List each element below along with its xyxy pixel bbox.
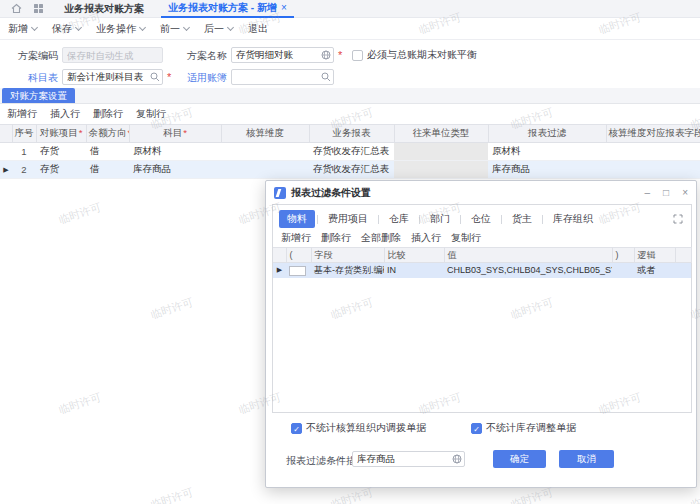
toolbar-business-ops-button[interactable]: 业务操作 [96, 22, 145, 36]
minimize-icon[interactable]: – [645, 188, 651, 198]
main-toolbar: 新增 保存 业务操作 前一 后一 退出 [0, 18, 700, 40]
dialog-grid-toolbar: 新增行 删除行 全部删除 插入行 复制行 [273, 229, 691, 247]
toolbar-save-button[interactable]: 保存 [52, 22, 81, 36]
tab-report-plan[interactable]: 业务报表对账方案 [57, 0, 151, 18]
grid-header-seq: 序号 [12, 125, 36, 143]
cell-field[interactable]: 基本-存货类别.编码 [311, 263, 384, 278]
cell-seq[interactable]: 2 [12, 161, 36, 179]
cell-close-paren[interactable] [612, 263, 634, 278]
cell-unit-type [394, 161, 488, 179]
cell-direction[interactable]: 借 [86, 161, 129, 179]
option-exclude-inventory-adjust[interactable]: ✓ 不统计库存调整单据 [471, 421, 576, 435]
checkbox-checked[interactable]: ✓ [471, 423, 482, 434]
copy-row-button[interactable]: 复制行 [451, 231, 481, 245]
filter-header-pad [675, 248, 691, 263]
dialog-filter-panel: 物料 费用项目 仓库 部门 仓位 货主 库存组织 新增行 删除行 [272, 204, 692, 413]
account-table-label[interactable]: 科目表 [0, 71, 58, 85]
toolbar-next-button[interactable]: 后一 [204, 22, 233, 36]
search-icon[interactable] [321, 72, 331, 82]
chevron-down-icon [75, 23, 82, 30]
filter-condition-grid: ( 字段 比较 值 ) 逻辑 ▶ 基本-存货类别 [273, 247, 691, 278]
cell-filter[interactable]: 原材料 [488, 143, 606, 161]
expand-icon[interactable] [673, 214, 683, 224]
table-row[interactable]: 1 存货 借 原材料 存货收发存汇总表 原材料 [0, 143, 700, 161]
delete-all-button[interactable]: 全部删除 [361, 231, 401, 245]
paren-input[interactable] [289, 266, 306, 276]
balance-check-option[interactable]: 必须与总账期末对账平衡 [352, 48, 477, 62]
cell-dimension[interactable] [221, 143, 309, 161]
chevron-down-icon [183, 23, 190, 30]
dialog-app-icon [274, 187, 286, 199]
cell-report[interactable]: 存货收发存汇总表 [309, 161, 394, 179]
apps-grid-icon[interactable] [34, 4, 43, 13]
insert-row-button[interactable]: 插入行 [50, 107, 80, 121]
row-pointer-icon: ▶ [0, 161, 12, 179]
ok-button[interactable]: 确定 [493, 450, 546, 468]
tab-bin-location[interactable]: 仓位 [463, 210, 499, 228]
filter-header-marker [273, 248, 286, 263]
scheme-name-input[interactable] [231, 47, 334, 63]
tab-expense-item[interactable]: 费用项目 [320, 210, 376, 228]
cell-item[interactable]: 存货 [36, 143, 86, 161]
toolbar-new-button[interactable]: 新增 [8, 22, 37, 36]
locale-icon[interactable] [452, 454, 462, 464]
grid-header-dim-field: 核算维度对应报表字段 [606, 125, 700, 143]
applicable-books-input[interactable] [231, 69, 334, 85]
chevron-down-icon [139, 23, 146, 30]
table-row-selected[interactable]: ▶ 2 存货 借 库存商品 存货收发存汇总表 库存商品 [0, 161, 700, 179]
chevron-down-icon [31, 23, 38, 30]
toolbar-exit-button[interactable]: 退出 [248, 22, 268, 36]
grid-header-subject: 科目* [129, 125, 221, 143]
cell-value[interactable]: CHLB03_SYS,CHLB04_SYS,CHLB05_SYS [444, 263, 612, 278]
toolbar-previous-button[interactable]: 前一 [160, 22, 189, 36]
tab-reconciliation-settings[interactable]: 对账方案设置 [2, 88, 75, 103]
delete-row-button[interactable]: 删除行 [93, 107, 123, 121]
required-mark: * [183, 127, 187, 138]
tab-inventory-org[interactable]: 库存组织 [545, 210, 601, 228]
filter-description-input[interactable] [352, 451, 465, 467]
cell-direction[interactable]: 借 [86, 143, 129, 161]
cell-compare[interactable]: IN [384, 263, 444, 278]
applicable-books-field-wrap [231, 69, 334, 85]
cell-report[interactable]: 存货收发存汇总表 [309, 143, 394, 161]
cell-filter[interactable]: 库存商品 [488, 161, 606, 179]
applicable-books-label[interactable]: 适用账簿 [140, 71, 227, 85]
cell-dim-field[interactable] [606, 161, 700, 179]
copy-row-button[interactable]: 复制行 [136, 107, 166, 121]
add-row-button[interactable]: 新增行 [7, 107, 37, 121]
cell-dim-field[interactable] [606, 143, 700, 161]
cell-subject[interactable]: 原材料 [129, 143, 221, 161]
filter-row-selected[interactable]: ▶ 基本-存货类别.编码 IN CHLB03_SYS,CHLB04_SYS,CH… [273, 263, 691, 278]
cell-seq[interactable]: 1 [12, 143, 36, 161]
tab-bar: 业务报表对账方案 业务报表对账方案 - 新增 × [0, 0, 700, 18]
tab-material[interactable]: 物料 [279, 210, 315, 228]
filter-header-field: 字段 [311, 248, 384, 263]
delete-row-button[interactable]: 删除行 [321, 231, 351, 245]
home-icon[interactable] [8, 1, 24, 17]
add-row-button[interactable]: 新增行 [281, 231, 311, 245]
cell-item[interactable]: 存货 [36, 161, 86, 179]
filter-header-row: ( 字段 比较 值 ) 逻辑 [273, 248, 691, 263]
filter-header-value: 值 [444, 248, 612, 263]
tab-report-plan-new[interactable]: 业务报表对账方案 - 新增 × [161, 0, 294, 18]
cell-open-paren[interactable] [286, 263, 311, 278]
insert-row-button[interactable]: 插入行 [411, 231, 441, 245]
cell-subject[interactable]: 库存商品 [129, 161, 221, 179]
tab-close-icon[interactable]: × [281, 0, 287, 16]
tab-warehouse[interactable]: 仓库 [381, 210, 417, 228]
grid-header-marker [0, 125, 12, 143]
maximize-icon[interactable]: □ [663, 188, 669, 198]
cancel-button[interactable]: 取消 [559, 450, 614, 468]
dialog-title: 报表过滤条件设置 [291, 186, 371, 200]
checkbox-unchecked[interactable] [352, 50, 363, 61]
dialog-window-controls: – □ × [645, 188, 688, 198]
cell-dimension[interactable] [221, 161, 309, 179]
checkbox-checked[interactable]: ✓ [291, 423, 302, 434]
dialog-titlebar[interactable]: 报表过滤条件设置 – □ × [266, 181, 696, 204]
locale-icon[interactable] [321, 50, 331, 60]
tab-department[interactable]: 部门 [422, 210, 458, 228]
cell-logic[interactable]: 或者 [634, 263, 675, 278]
option-exclude-org-transfer[interactable]: ✓ 不统计核算组织内调拨单据 [291, 421, 426, 435]
close-icon[interactable]: × [682, 188, 688, 198]
tab-owner[interactable]: 货主 [504, 210, 540, 228]
